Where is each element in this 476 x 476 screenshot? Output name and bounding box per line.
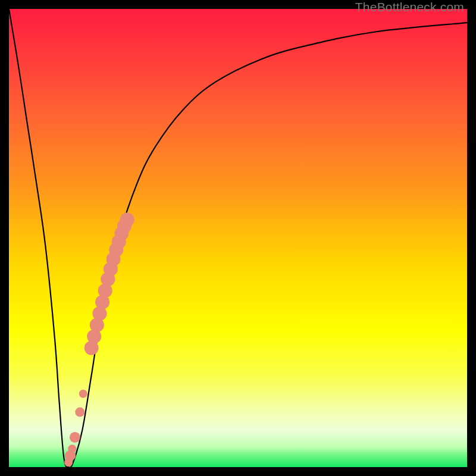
- bottleneck-curve: [9, 9, 467, 467]
- data-marker: [70, 432, 80, 443]
- watermark-text: TheBottleneck.com: [355, 0, 464, 14]
- marker-group: [64, 212, 134, 466]
- data-marker: [68, 444, 76, 453]
- data-marker: [120, 212, 134, 227]
- curve-layer: [9, 9, 467, 467]
- data-marker: [79, 390, 87, 398]
- chart-frame: TheBottleneck.com: [0, 0, 476, 476]
- plot-area: [9, 9, 467, 467]
- data-marker: [75, 408, 84, 417]
